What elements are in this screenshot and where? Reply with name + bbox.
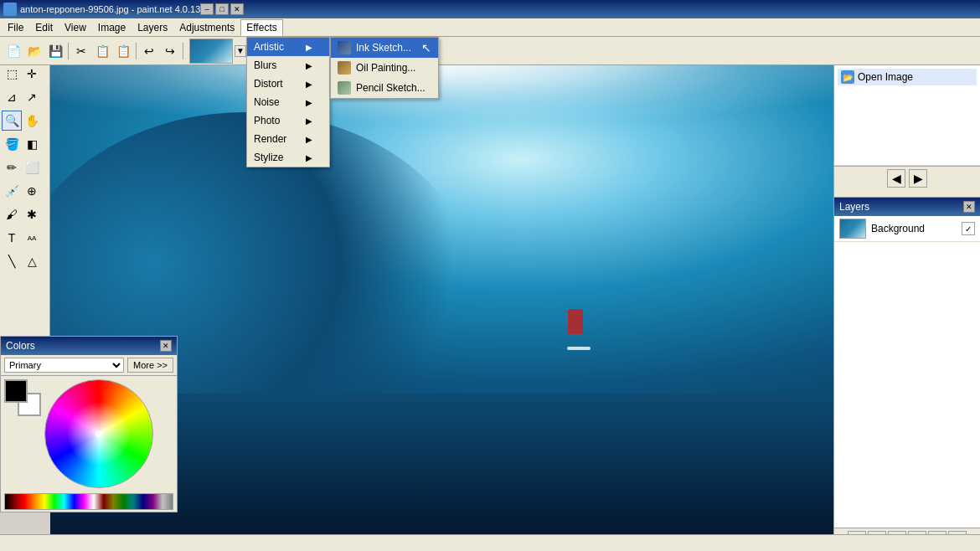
tools-row-9: ╲ △ xyxy=(0,250,49,273)
tools-row-7: 🖌 ✱ xyxy=(0,203,49,226)
effects-menu-noise[interactable]: Noise ▶ xyxy=(247,93,329,111)
cut-button[interactable]: ✂ xyxy=(71,41,91,61)
oil-painting-item[interactable]: Oil Painting... xyxy=(331,58,438,78)
selection-tool[interactable]: ⬚ xyxy=(2,64,22,84)
thumbnail-dropdown[interactable]: ▼ xyxy=(235,45,246,57)
tools-row-3: 🔍 ✋ xyxy=(0,109,49,132)
title-text: anton-repponen-99506.jpg - paint.net 4.0… xyxy=(20,4,200,14)
render-arrow: ▶ xyxy=(306,135,312,144)
colors-panel-close[interactable]: ✕ xyxy=(160,340,172,352)
menu-edit[interactable]: Edit xyxy=(29,19,59,36)
title-bar: anton-repponen-99506.jpg - paint.net 4.0… xyxy=(0,0,980,18)
layer-visibility-toggle[interactable]: ✓ xyxy=(962,222,975,235)
close-button[interactable]: ✕ xyxy=(230,3,244,15)
effects-menu-artistic-label: Artistic xyxy=(254,41,284,53)
history-item-label: Open Image xyxy=(858,71,913,83)
redo-button[interactable]: ↪ xyxy=(160,41,180,61)
gradient-tool[interactable]: ◧ xyxy=(22,134,42,154)
window-controls[interactable]: – □ ✕ xyxy=(200,3,244,15)
maximize-button[interactable]: □ xyxy=(215,3,229,15)
pan-tool[interactable]: ✋ xyxy=(22,111,42,131)
clone-stamp[interactable]: ⊕ xyxy=(22,181,42,201)
surfer-figure xyxy=(568,309,583,334)
lasso-tool[interactable]: ⊿ xyxy=(2,87,22,107)
tools-row-4: 🪣 ◧ xyxy=(0,132,49,156)
effects-menu-render[interactable]: Render ▶ xyxy=(247,130,329,148)
effects-menu-stylize[interactable]: Stylize ▶ xyxy=(247,148,329,167)
paint-bucket[interactable]: 🪣 xyxy=(2,134,22,154)
copy-button[interactable]: 📋 xyxy=(92,41,112,61)
eraser-tool[interactable]: ⬜ xyxy=(22,157,42,178)
ink-sketch-icon xyxy=(338,41,351,54)
brush-tool[interactable]: ✱ xyxy=(22,204,42,224)
menu-file[interactable]: File xyxy=(2,19,29,36)
layer-item-background[interactable]: Background ✓ xyxy=(834,216,980,242)
effects-menu-render-label: Render xyxy=(254,133,286,145)
surfboard xyxy=(567,347,591,350)
history-panel-footer: ◀ ▶ xyxy=(834,166,980,189)
aa-tool[interactable]: AA xyxy=(22,228,42,248)
cursor-indicator: ↖ xyxy=(421,41,431,54)
menu-layers[interactable]: Layers xyxy=(132,19,173,36)
status-bar xyxy=(0,534,980,551)
distort-arrow: ▶ xyxy=(306,80,312,89)
history-panel: History ✕ 📂 Open Image ◀ ▶ xyxy=(834,47,980,198)
tools-panel: To... ✕ ⬚ ✛ ⊿ ↗ 🔍 ✋ 🪣 ◧ ✏ ⬜ 💉 ⊕ 🖌 ✱ T AA… xyxy=(0,47,50,336)
primary-color-swatch[interactable] xyxy=(4,379,28,403)
oil-painting-icon xyxy=(338,61,351,75)
layer-thumbnail xyxy=(839,219,866,239)
menu-view[interactable]: View xyxy=(59,19,92,36)
open-button[interactable]: 📂 xyxy=(24,41,44,61)
color-wheel[interactable] xyxy=(44,379,153,488)
stylize-arrow: ▶ xyxy=(306,153,312,162)
text-tool[interactable]: T xyxy=(2,228,22,248)
toolbar-sep-1 xyxy=(68,43,69,59)
colors-panel-title: Colors xyxy=(6,340,35,352)
effects-menu-distort-label: Distort xyxy=(254,78,283,90)
new-button[interactable]: 📄 xyxy=(3,41,23,61)
color-picker-tool[interactable]: 💉 xyxy=(2,181,22,201)
pencil-sketch-label: Pencil Sketch... xyxy=(356,82,426,94)
history-item-open-image[interactable]: 📂 Open Image xyxy=(838,69,977,85)
effects-menu-artistic[interactable]: Artistic ▶ xyxy=(247,38,329,56)
pencil-tool[interactable]: ✏ xyxy=(2,157,22,178)
color-more-btn[interactable]: More >> xyxy=(127,358,173,373)
layers-panel-close[interactable]: ✕ xyxy=(963,201,975,213)
layer-name: Background xyxy=(871,223,957,234)
ink-sketch-label: Ink Sketch... xyxy=(356,42,411,54)
history-undo-btn[interactable]: ◀ xyxy=(887,169,905,188)
color-picker-area xyxy=(1,376,177,492)
color-palette-bar[interactable] xyxy=(4,493,173,510)
save-button[interactable]: 💾 xyxy=(45,41,65,61)
noise-arrow: ▶ xyxy=(306,98,312,107)
menu-adjustments[interactable]: Adjustments xyxy=(173,19,240,36)
line-tool[interactable]: ╲ xyxy=(2,251,22,271)
photo-arrow: ▶ xyxy=(306,116,312,126)
paste-button[interactable]: 📋 xyxy=(113,41,133,61)
undo-button[interactable]: ↩ xyxy=(139,41,159,61)
ink-sketch-item[interactable]: Ink Sketch... ↖ xyxy=(331,38,438,58)
effects-menu-distort[interactable]: Distort ▶ xyxy=(247,75,329,93)
minimize-button[interactable]: – xyxy=(200,3,214,15)
artistic-submenu: Ink Sketch... ↖ Oil Painting... Pencil S… xyxy=(330,37,439,99)
effects-menu-photo[interactable]: Photo ▶ xyxy=(247,111,329,130)
colors-toolbar: Primary Secondary More >> xyxy=(1,355,177,376)
zoom-tool selected[interactable]: 🔍 xyxy=(2,111,22,131)
wave-spray xyxy=(129,65,756,229)
layers-list: Background ✓ xyxy=(834,216,980,528)
pencil-sketch-item[interactable]: Pencil Sketch... xyxy=(331,78,438,98)
move-tool[interactable]: ✛ xyxy=(22,64,42,84)
document-thumbnail-area: ▼ xyxy=(189,39,246,64)
shape-tool[interactable]: △ xyxy=(22,251,42,271)
menu-effects[interactable]: Effects xyxy=(240,19,282,36)
transform-tool[interactable]: ↗ xyxy=(22,87,42,107)
history-redo-btn[interactable]: ▶ xyxy=(909,169,927,188)
effects-menu-photo-label: Photo xyxy=(254,115,280,126)
history-item-icon: 📂 xyxy=(841,70,854,84)
menu-image[interactable]: Image xyxy=(92,19,132,36)
tools-row-6: 💉 ⊕ xyxy=(0,179,49,203)
colors-panel-header: Colors ✕ xyxy=(1,337,177,355)
color-mode-select[interactable]: Primary Secondary xyxy=(4,358,124,373)
effects-menu-blurs[interactable]: Blurs ▶ xyxy=(247,56,329,75)
recolor-tool[interactable]: 🖌 xyxy=(2,204,22,224)
